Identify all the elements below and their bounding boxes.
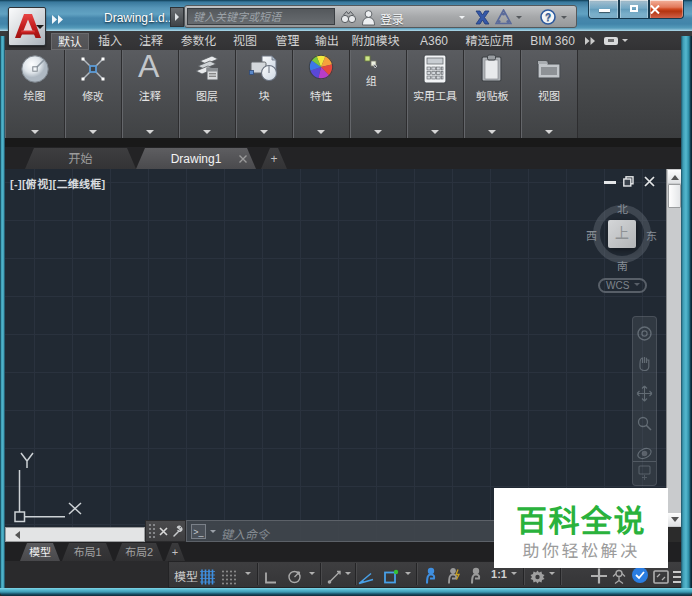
svg-text:?: ? (545, 12, 551, 23)
